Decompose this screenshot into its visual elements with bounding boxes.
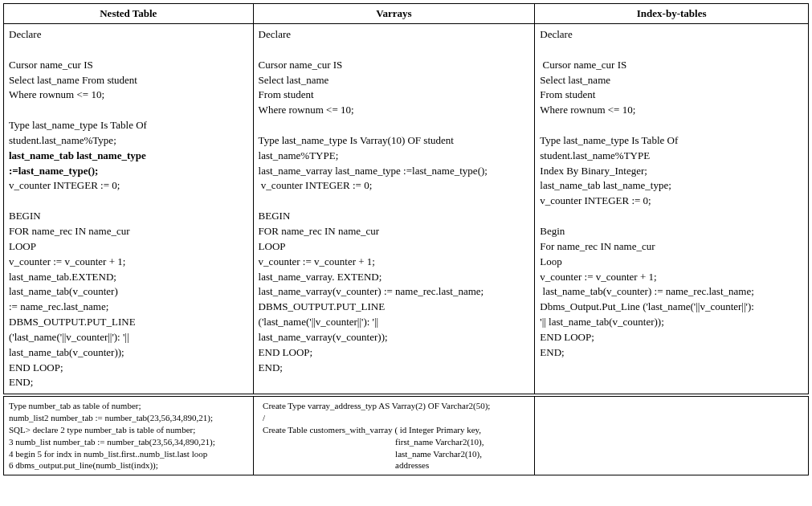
header-nested-table: Nested Table	[4, 4, 254, 24]
example-nested-table: Type number_tab as table of number; numb…	[4, 397, 254, 475]
examples-table: Type number_tab as table of number; numb…	[3, 396, 809, 475]
example-varrays: Create Type varray_address_typ AS Varray…	[253, 397, 535, 475]
cell-nested-table: Declare Cursor name_cur IS Select last_n…	[4, 24, 254, 394]
header-varrays: Varrays	[253, 4, 535, 24]
comparison-table: Nested Table Varrays Index-by-tables Dec…	[3, 3, 809, 394]
code-row: Declare Cursor name_cur IS Select last_n…	[4, 24, 809, 394]
header-index-by-tables: Index-by-tables	[535, 4, 809, 24]
cell-index-by-tables: Declare Cursor name_cur IS Select last_n…	[535, 24, 809, 394]
examples-row: Type number_tab as table of number; numb…	[4, 397, 809, 475]
example-index-by-tables	[535, 397, 809, 475]
header-row: Nested Table Varrays Index-by-tables	[4, 4, 809, 24]
cell-varrays: Declare Cursor name_cur IS Select last_n…	[253, 24, 535, 394]
